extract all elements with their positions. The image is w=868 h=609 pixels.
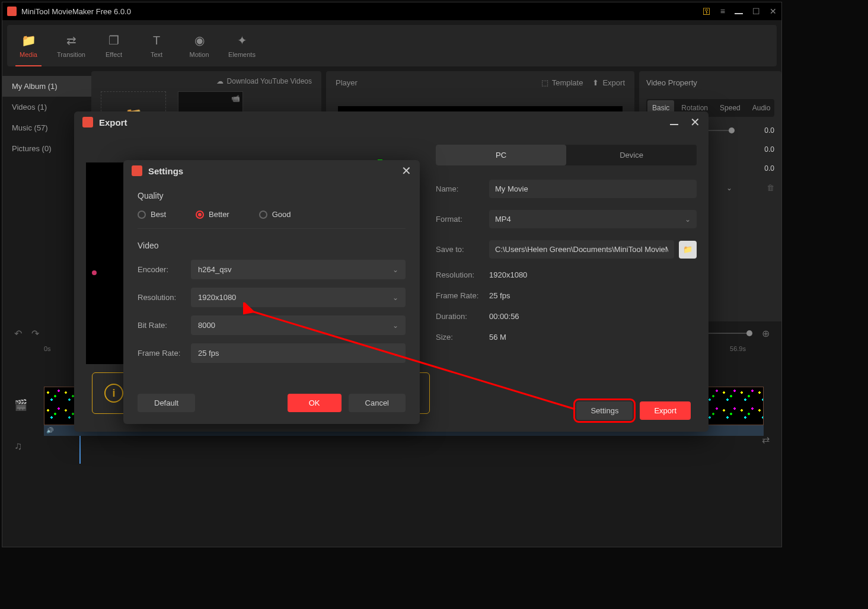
settings-close-icon[interactable]: ✕ <box>401 164 411 178</box>
maximize-icon[interactable]: ☐ <box>752 7 760 16</box>
key-icon[interactable]: ⚿ <box>703 7 711 16</box>
radio-best[interactable]: Best <box>138 210 166 219</box>
folder-icon: 📁 <box>683 245 693 254</box>
settings-logo-icon <box>132 165 142 176</box>
elements-icon: ✦ <box>237 33 247 47</box>
radio-icon <box>259 211 267 219</box>
contrast-slider[interactable] <box>705 130 735 131</box>
main-toolbar: 📁Media ⇄Transition ❐Effect TText ◉Motion… <box>7 25 777 66</box>
transition-icon: ⇄ <box>66 33 76 47</box>
app-logo-icon <box>7 7 17 16</box>
bitrate-label: Bit Rate: <box>138 321 191 330</box>
settings-button[interactable]: Settings <box>576 401 633 420</box>
framerate-value: 25 fps <box>489 291 510 300</box>
props-tab-speed[interactable]: Speed <box>715 100 745 116</box>
tab-elements[interactable]: ✦Elements <box>221 25 263 66</box>
default-button[interactable]: Default <box>138 394 195 412</box>
format-label: Format: <box>436 215 489 224</box>
radio-better[interactable]: Better <box>196 210 229 219</box>
export-tab-pc[interactable]: PC <box>436 145 566 165</box>
saveto-label: Save to: <box>436 245 489 254</box>
radio-good[interactable]: Good <box>259 210 291 219</box>
undo-icon[interactable]: ↶ <box>14 328 22 339</box>
duration-label: Duration: <box>436 312 489 321</box>
close-icon[interactable]: ✕ <box>770 7 777 16</box>
export-close-icon[interactable]: ✕ <box>690 115 700 129</box>
radio-icon <box>138 211 146 219</box>
template-icon: ⬚ <box>541 78 548 87</box>
app-title: MiniTool MovieMaker Free 6.0.0 <box>21 7 703 16</box>
chevron-down-icon: ⌄ <box>392 294 398 302</box>
chevron-down-icon: ⌄ <box>392 349 398 358</box>
menu-icon[interactable]: ≡ <box>720 7 725 16</box>
settings-dialog: Settings ✕ Quality Best Better Good Vide… <box>123 160 420 424</box>
zoom-slider[interactable] <box>705 333 752 334</box>
player-title: Player <box>336 78 541 87</box>
radio-icon <box>196 211 204 219</box>
effect-icon: ❐ <box>108 33 119 47</box>
sidebar-item-myalbum[interactable]: My Album (1) <box>2 76 91 97</box>
duration-value: 00:00:56 <box>489 312 519 321</box>
props-tab-audio[interactable]: Audio <box>748 100 776 116</box>
chevron-down-icon: ⌄ <box>392 266 398 274</box>
chevron-down-icon: ⌄ <box>392 321 398 330</box>
cancel-button[interactable]: Cancel <box>349 394 406 412</box>
chevron-down-icon: ⌄ <box>685 215 691 224</box>
info-icon: i <box>104 384 123 403</box>
marker <box>92 270 97 275</box>
props-title: Video Property <box>646 78 774 87</box>
tab-media[interactable]: 📁Media <box>7 25 50 66</box>
name-label: Name: <box>436 184 489 193</box>
template-button[interactable]: ⬚Template <box>541 78 583 87</box>
tab-transition[interactable]: ⇄Transition <box>50 25 92 66</box>
settings-resolution-label: Resolution: <box>138 293 191 302</box>
format-select[interactable]: MP4⌄ <box>489 210 697 228</box>
settings-framerate-select[interactable]: 25 fps⌄ <box>191 343 406 363</box>
download-icon: ☁ <box>216 77 224 85</box>
resolution-value: 1920x1080 <box>489 270 527 279</box>
tab-effect[interactable]: ❐Effect <box>92 25 135 66</box>
motion-icon: ◉ <box>194 33 205 47</box>
export-icon: ⬆ <box>592 78 599 87</box>
export-minimize-icon[interactable] <box>670 118 678 127</box>
redo-icon[interactable]: ↷ <box>31 328 39 339</box>
export-logo-icon <box>82 117 93 127</box>
video-heading: Video <box>138 241 406 250</box>
export-button[interactable]: ⬆Export <box>592 78 625 87</box>
tab-text[interactable]: TText <box>135 25 178 66</box>
encoder-select[interactable]: h264_qsv⌄ <box>191 260 406 279</box>
video-track-icon: 🎬 <box>14 398 27 412</box>
settings-framerate-label: Frame Rate: <box>138 349 191 358</box>
browse-folder-button[interactable]: 📁 <box>679 241 697 259</box>
size-label: Size: <box>436 333 489 342</box>
zoom-in-icon[interactable]: ⊕ <box>762 328 770 339</box>
music-track-icon: ♫ <box>14 440 23 452</box>
export-tab-device[interactable]: Device <box>566 145 697 165</box>
name-input[interactable] <box>489 180 697 198</box>
saveto-input[interactable] <box>489 240 674 259</box>
export-dialog-title: Export <box>99 117 670 127</box>
ok-button[interactable]: OK <box>288 394 342 412</box>
size-value: 56 M <box>489 333 506 342</box>
swap-icon[interactable]: ⇄ <box>762 434 770 445</box>
encoder-label: Encoder: <box>138 265 191 274</box>
delete-icon[interactable]: 🗑 <box>767 183 774 192</box>
titlebar: MiniTool MovieMaker Free 6.0.0 ⚿ ≡ ☐ ✕ <box>2 2 781 20</box>
resolution-label: Resolution: <box>436 270 489 279</box>
contrast-value: 0.0 <box>764 126 774 135</box>
settings-resolution-select[interactable]: 1920x1080⌄ <box>191 288 406 307</box>
tab-motion[interactable]: ◉Motion <box>178 25 221 66</box>
text-icon: T <box>153 34 160 47</box>
download-link[interactable]: Download YouTube Videos <box>227 77 312 85</box>
audio-track[interactable]: ♫ <box>38 428 770 470</box>
chevron-down-icon[interactable]: ⌄ <box>726 184 732 192</box>
minimize-icon[interactable] <box>735 7 743 16</box>
settings-dialog-title: Settings <box>148 166 401 176</box>
framerate-label: Frame Rate: <box>436 291 489 300</box>
bitrate-select[interactable]: 8000⌄ <box>191 315 406 335</box>
folder-icon: 📁 <box>21 33 36 47</box>
quality-heading: Quality <box>138 191 406 200</box>
export-confirm-button[interactable]: Export <box>640 401 691 420</box>
